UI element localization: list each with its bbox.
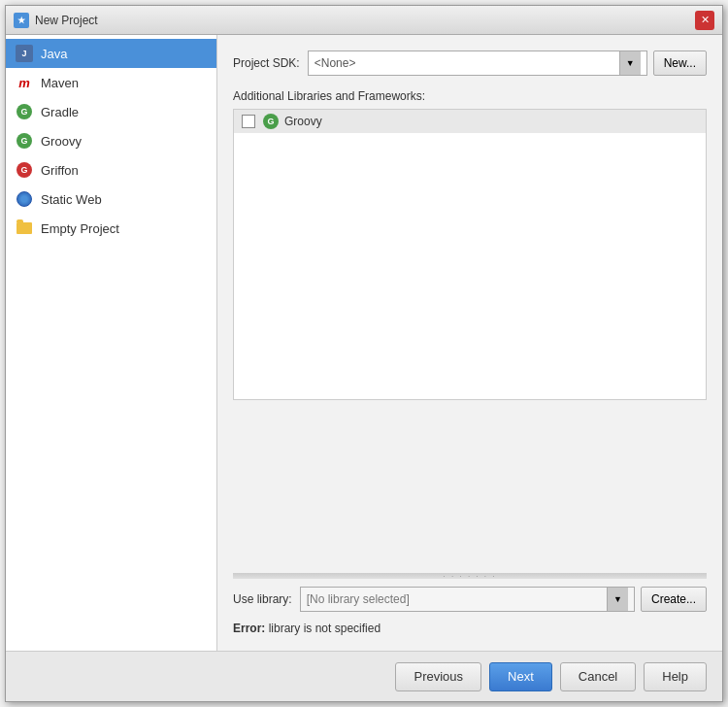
library-select[interactable]: [No library selected] ▼: [300, 587, 635, 612]
sdk-label: Project SDK:: [233, 56, 300, 70]
panel-resizer[interactable]: · · · · · · ·: [233, 573, 707, 579]
sidebar-item-label-maven: Maven: [41, 76, 79, 90]
title-bar: ★ New Project ✕: [6, 6, 722, 35]
resizer-handle: · · · · · · ·: [444, 572, 497, 581]
java-icon: J: [16, 45, 33, 62]
next-button[interactable]: Next: [489, 662, 552, 691]
sdk-new-button[interactable]: New...: [653, 50, 707, 76]
error-detail: library is not specified: [269, 622, 381, 635]
frameworks-label: Additional Libraries and Frameworks:: [233, 89, 707, 103]
create-button[interactable]: Create...: [641, 587, 707, 612]
sdk-select[interactable]: <None> ▼: [308, 50, 647, 76]
staticweb-icon: [16, 190, 33, 208]
window-icon: ★: [14, 13, 29, 28]
groovy-icon: G: [16, 132, 33, 150]
framework-item-groovy[interactable]: G Groovy: [234, 110, 706, 133]
sidebar-item-staticweb[interactable]: Static Web: [6, 185, 216, 214]
cancel-button[interactable]: Cancel: [560, 662, 636, 691]
sidebar-item-label-staticweb: Static Web: [41, 192, 102, 207]
new-project-dialog: ★ New Project ✕ J Java m Maven: [5, 5, 723, 702]
sidebar-item-emptyproject[interactable]: Empty Project: [6, 214, 216, 243]
close-button[interactable]: ✕: [695, 11, 714, 30]
bottom-bar: Previous Next Cancel Help: [6, 651, 722, 701]
previous-button[interactable]: Previous: [395, 662, 481, 691]
library-dropdown-arrow[interactable]: ▼: [607, 588, 628, 611]
use-library-row: Use library: [No library selected] ▼ Cre…: [233, 587, 707, 612]
groovy-framework-icon: G: [263, 114, 279, 129]
sidebar-item-java[interactable]: J Java: [6, 39, 216, 68]
sidebar-item-label-groovy: Groovy: [41, 134, 82, 149]
help-button[interactable]: Help: [644, 662, 707, 691]
sidebar-item-gradle[interactable]: G Gradle: [6, 97, 216, 126]
error-row: Error: library is not specified: [233, 622, 707, 635]
window-title: New Project: [35, 14, 695, 27]
dialog-body: J Java m Maven G Gradle G: [6, 35, 722, 651]
gradle-icon: G: [16, 103, 33, 120]
sidebar-item-griffon[interactable]: G Griffon: [6, 155, 216, 185]
sdk-select-value: <None>: [314, 56, 619, 70]
griffon-icon: G: [16, 161, 33, 179]
sdk-row: Project SDK: <None> ▼ New...: [233, 50, 707, 76]
sidebar-item-label-griffon: Griffon: [41, 163, 79, 178]
sidebar-item-label-gradle: Gradle: [41, 105, 79, 119]
error-label: Error:: [233, 622, 265, 635]
framework-name-groovy: Groovy: [284, 115, 322, 128]
library-select-value: [No library selected]: [307, 592, 607, 606]
framework-checkbox-groovy[interactable]: [242, 115, 255, 128]
use-library-label: Use library:: [233, 592, 292, 606]
sidebar-item-maven[interactable]: m Maven: [6, 68, 216, 97]
sdk-dropdown-arrow[interactable]: ▼: [619, 51, 641, 75]
main-panel: Project SDK: <None> ▼ New... Additional …: [217, 35, 722, 651]
maven-icon: m: [16, 74, 33, 91]
sidebar-item-label-emptyproject: Empty Project: [41, 221, 119, 236]
sidebar: J Java m Maven G Gradle G: [6, 35, 217, 651]
frameworks-section: Additional Libraries and Frameworks: G G…: [233, 89, 707, 573]
emptyproject-icon: [16, 219, 33, 237]
sidebar-item-label-java: Java: [41, 47, 67, 61]
sidebar-item-groovy[interactable]: G Groovy: [6, 126, 216, 155]
frameworks-list: G Groovy: [233, 109, 707, 400]
